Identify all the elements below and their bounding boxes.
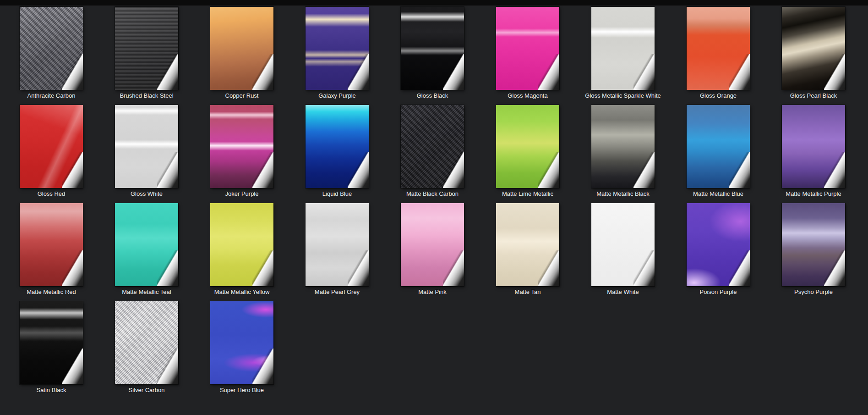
- swatch-gloss-black[interactable]: [401, 7, 464, 90]
- swatch-matte-pearl-grey[interactable]: [306, 203, 369, 286]
- page-curl-icon: [62, 152, 83, 188]
- swatch-label: Matte Pearl Grey: [315, 288, 360, 296]
- swatch-label: Matte Lime Metallic: [502, 190, 553, 198]
- swatch-label: Anthracite Carbon: [27, 92, 76, 100]
- swatch-copper-rust[interactable]: [210, 7, 273, 90]
- swatch-cell: Gloss Magenta: [496, 7, 559, 100]
- page-curl-icon: [62, 349, 83, 384]
- swatch-cell: Super Hero Blue: [210, 301, 273, 394]
- swatch-matte-white[interactable]: [591, 203, 655, 286]
- swatch-cell: Gloss White: [115, 105, 178, 198]
- page-curl-icon: [443, 54, 464, 90]
- swatch-label: Galaxy Purple: [318, 92, 356, 100]
- page-curl-icon: [824, 54, 845, 90]
- page-curl-icon: [443, 152, 464, 188]
- swatch-anthracite-carbon[interactable]: [20, 7, 83, 90]
- swatch-matte-tan[interactable]: [496, 203, 559, 286]
- swatch-cell: Gloss Metallic Sparkle White: [591, 7, 655, 100]
- page-curl-icon: [157, 250, 178, 286]
- swatch-matte-metallic-teal[interactable]: [115, 203, 178, 286]
- swatch-super-hero-blue[interactable]: [210, 301, 273, 384]
- page-curl-icon: [157, 152, 178, 188]
- swatch-label: Gloss Red: [38, 190, 66, 198]
- page-curl-icon: [348, 250, 369, 286]
- swatch-label: Liquid Blue: [322, 190, 352, 198]
- swatch-cell: Matte White: [591, 203, 655, 296]
- page-curl-icon: [252, 152, 273, 188]
- swatch-label: Matte Metallic Teal: [122, 288, 171, 296]
- swatch-matte-metallic-red[interactable]: [20, 203, 83, 286]
- swatch-cell: Joker Purple: [210, 105, 273, 198]
- swatch-matte-black-carbon[interactable]: [401, 105, 464, 188]
- swatch-silver-carbon[interactable]: [115, 301, 178, 384]
- page-curl-icon: [824, 250, 845, 286]
- page-curl-icon: [157, 54, 178, 90]
- swatch-matte-metallic-blue[interactable]: [687, 105, 750, 188]
- page-curl-icon: [252, 349, 273, 384]
- swatch-label: Super Hero Blue: [220, 387, 264, 394]
- page-curl-icon: [538, 54, 559, 90]
- swatch-cell: Matte Metallic Yellow: [210, 203, 273, 296]
- swatch-label: Joker Purple: [225, 190, 259, 198]
- swatch-label: Matte Metallic Purple: [786, 190, 841, 198]
- swatch-psycho-purple[interactable]: [782, 203, 845, 286]
- swatch-gloss-orange[interactable]: [687, 7, 750, 90]
- page-curl-icon: [633, 152, 655, 188]
- page-curl-icon: [538, 152, 559, 188]
- page-curl-icon: [62, 250, 83, 286]
- swatch-label: Matte Metallic Yellow: [214, 288, 270, 296]
- page-curl-icon: [633, 54, 655, 90]
- swatch-label: Matte Metallic Blue: [693, 190, 743, 198]
- page-curl-icon: [443, 250, 464, 286]
- swatch-gloss-magenta[interactable]: [496, 7, 559, 90]
- swatch-gloss-pearl-black[interactable]: [782, 7, 845, 90]
- swatch-label: Gloss Magenta: [508, 92, 547, 100]
- swatch-cell: Matte Metallic Blue: [687, 105, 750, 198]
- swatch-satin-black[interactable]: [20, 301, 83, 384]
- swatch-label: Poison Purple: [700, 288, 737, 296]
- swatch-grid: Anthracite Carbon Brushed Black Steel Co…: [0, 6, 868, 394]
- swatch-matte-lime-metallic[interactable]: [496, 105, 559, 188]
- swatch-liquid-blue[interactable]: [306, 105, 369, 188]
- swatch-cell: Galaxy Purple: [306, 7, 369, 100]
- swatch-label: Matte Pink: [418, 288, 446, 296]
- swatch-cell: Matte Pearl Grey: [306, 203, 369, 296]
- swatch-gloss-red[interactable]: [20, 105, 83, 188]
- swatch-matte-metallic-purple[interactable]: [782, 105, 845, 188]
- swatch-cell: Poison Purple: [687, 203, 750, 296]
- swatch-poison-purple[interactable]: [687, 203, 750, 286]
- swatch-label: Gloss Pearl Black: [790, 92, 837, 100]
- swatch-gloss-metallic-sparkle-white[interactable]: [591, 7, 655, 90]
- swatch-cell: Gloss Pearl Black: [782, 7, 845, 100]
- swatch-cell: Gloss Red: [20, 105, 83, 198]
- swatch-label: Matte Black Carbon: [406, 190, 459, 198]
- swatch-cell: Matte Black Carbon: [401, 105, 464, 198]
- swatch-label: Matte Tan: [515, 288, 541, 296]
- swatch-cell: Matte Pink: [401, 203, 464, 296]
- swatch-matte-pink[interactable]: [401, 203, 464, 286]
- swatch-cell: Matte Lime Metallic: [496, 105, 559, 198]
- swatch-cell: Copper Rust: [210, 7, 273, 100]
- swatch-label: Gloss Orange: [700, 92, 737, 100]
- swatch-cell: Matte Metallic Red: [20, 203, 83, 296]
- swatch-gloss-white[interactable]: [115, 105, 178, 188]
- swatch-label: Matte Metallic Red: [27, 288, 76, 296]
- swatch-cell: Matte Tan: [496, 203, 559, 296]
- page-curl-icon: [729, 250, 750, 286]
- swatch-matte-metallic-yellow[interactable]: [210, 203, 273, 286]
- swatch-label: Satin Black: [36, 387, 66, 394]
- top-bar: [0, 0, 868, 6]
- swatch-brushed-black-steel[interactable]: [115, 7, 178, 90]
- swatch-matte-metallic-black[interactable]: [591, 105, 655, 188]
- page-curl-icon: [633, 250, 655, 286]
- swatch-cell: Brushed Black Steel: [115, 7, 178, 100]
- swatch-joker-purple[interactable]: [210, 105, 273, 188]
- swatch-cell: Matte Metallic Teal: [115, 203, 178, 296]
- page-curl-icon: [62, 54, 83, 90]
- swatch-label: Psycho Purple: [794, 288, 833, 296]
- swatch-cell: Matte Metallic Purple: [782, 105, 845, 198]
- swatch-cell: Psycho Purple: [782, 203, 845, 296]
- swatch-galaxy-purple[interactable]: [306, 7, 369, 90]
- swatch-label: Gloss White: [131, 190, 163, 198]
- swatch-cell: Liquid Blue: [306, 105, 369, 198]
